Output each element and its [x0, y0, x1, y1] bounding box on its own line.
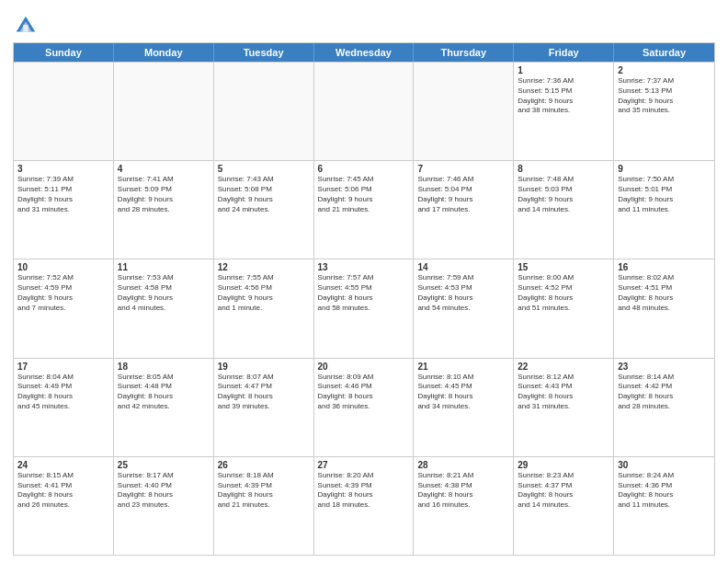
cell-text-27: Sunrise: 8:20 AM Sunset: 4:39 PM Dayligh…	[318, 471, 410, 511]
header-day-sunday: Sunday	[14, 43, 114, 62]
calendar-cell-4: 4Sunrise: 7:41 AM Sunset: 5:09 PM Daylig…	[114, 161, 214, 259]
day-number-10: 10	[17, 262, 109, 272]
cell-text-17: Sunrise: 8:04 AM Sunset: 4:49 PM Dayligh…	[17, 373, 109, 412]
day-number-13: 13	[318, 262, 410, 272]
calendar-row-0: 1Sunrise: 7:36 AM Sunset: 5:15 PM Daylig…	[14, 62, 714, 160]
cell-text-29: Sunrise: 8:23 AM Sunset: 4:37 PM Dayligh…	[518, 471, 609, 511]
day-number-14: 14	[417, 262, 509, 272]
calendar-row-2: 10Sunrise: 7:52 AM Sunset: 4:59 PM Dayli…	[14, 259, 714, 357]
calendar-cell-28: 28Sunrise: 8:21 AM Sunset: 4:38 PM Dayli…	[414, 457, 514, 555]
day-number-28: 28	[417, 460, 509, 470]
cell-text-9: Sunrise: 7:50 AM Sunset: 5:01 PM Dayligh…	[618, 175, 711, 214]
header-day-friday: Friday	[514, 43, 614, 62]
calendar-cell-17: 17Sunrise: 8:04 AM Sunset: 4:49 PM Dayli…	[14, 359, 114, 456]
day-number-1: 1	[518, 65, 609, 75]
calendar: SundayMondayTuesdayWednesdayThursdayFrid…	[13, 42, 715, 556]
day-number-17: 17	[17, 362, 109, 372]
cell-text-11: Sunrise: 7:53 AM Sunset: 4:58 PM Dayligh…	[118, 273, 210, 313]
calendar-cell-18: 18Sunrise: 8:05 AM Sunset: 4:48 PM Dayli…	[114, 359, 214, 456]
calendar-row-3: 17Sunrise: 8:04 AM Sunset: 4:49 PM Dayli…	[14, 358, 714, 456]
calendar-row-1: 3Sunrise: 7:39 AM Sunset: 5:11 PM Daylig…	[14, 160, 714, 259]
cell-text-20: Sunrise: 8:09 AM Sunset: 4:46 PM Dayligh…	[318, 373, 410, 412]
calendar-cell-16: 16Sunrise: 8:02 AM Sunset: 4:51 PM Dayli…	[614, 259, 714, 357]
cell-text-30: Sunrise: 8:24 AM Sunset: 4:36 PM Dayligh…	[618, 471, 711, 511]
cell-text-12: Sunrise: 7:55 AM Sunset: 4:56 PM Dayligh…	[218, 273, 310, 313]
calendar-cell-11: 11Sunrise: 7:53 AM Sunset: 4:58 PM Dayli…	[114, 259, 214, 357]
header	[13, 9, 715, 39]
calendar-cell-10: 10Sunrise: 7:52 AM Sunset: 4:59 PM Dayli…	[14, 259, 114, 357]
day-number-23: 23	[618, 362, 711, 372]
calendar-cell-8: 8Sunrise: 7:48 AM Sunset: 5:03 PM Daylig…	[514, 161, 614, 259]
cell-text-2: Sunrise: 7:37 AM Sunset: 5:13 PM Dayligh…	[618, 76, 711, 116]
calendar-cell-27: 27Sunrise: 8:20 AM Sunset: 4:39 PM Dayli…	[314, 457, 415, 555]
cell-text-25: Sunrise: 8:17 AM Sunset: 4:40 PM Dayligh…	[118, 471, 210, 511]
day-number-8: 8	[518, 164, 609, 174]
calendar-cell-empty-0-2	[214, 63, 314, 160]
cell-text-4: Sunrise: 7:41 AM Sunset: 5:09 PM Dayligh…	[118, 175, 210, 214]
calendar-cell-empty-0-3	[314, 63, 415, 160]
calendar-cell-7: 7Sunrise: 7:46 AM Sunset: 5:04 PM Daylig…	[414, 161, 514, 259]
logo-icon	[13, 13, 39, 39]
calendar-cell-23: 23Sunrise: 8:14 AM Sunset: 4:42 PM Dayli…	[614, 359, 714, 456]
day-number-12: 12	[218, 262, 310, 272]
header-day-wednesday: Wednesday	[314, 43, 415, 62]
cell-text-5: Sunrise: 7:43 AM Sunset: 5:08 PM Dayligh…	[218, 175, 310, 214]
calendar-row-4: 24Sunrise: 8:15 AM Sunset: 4:41 PM Dayli…	[14, 456, 714, 555]
cell-text-23: Sunrise: 8:14 AM Sunset: 4:42 PM Dayligh…	[618, 373, 711, 412]
calendar-cell-21: 21Sunrise: 8:10 AM Sunset: 4:45 PM Dayli…	[414, 359, 514, 456]
cell-text-3: Sunrise: 7:39 AM Sunset: 5:11 PM Dayligh…	[17, 175, 109, 214]
day-number-5: 5	[218, 164, 310, 174]
cell-text-24: Sunrise: 8:15 AM Sunset: 4:41 PM Dayligh…	[17, 471, 109, 511]
calendar-cell-12: 12Sunrise: 7:55 AM Sunset: 4:56 PM Dayli…	[214, 259, 314, 357]
cell-text-19: Sunrise: 8:07 AM Sunset: 4:47 PM Dayligh…	[218, 373, 310, 412]
day-number-26: 26	[218, 460, 310, 470]
calendar-cell-29: 29Sunrise: 8:23 AM Sunset: 4:37 PM Dayli…	[514, 457, 614, 555]
day-number-7: 7	[417, 164, 509, 174]
day-number-25: 25	[118, 460, 210, 470]
calendar-body: 1Sunrise: 7:36 AM Sunset: 5:15 PM Daylig…	[14, 62, 714, 555]
calendar-cell-24: 24Sunrise: 8:15 AM Sunset: 4:41 PM Dayli…	[14, 457, 114, 555]
header-day-saturday: Saturday	[614, 43, 714, 62]
calendar-cell-30: 30Sunrise: 8:24 AM Sunset: 4:36 PM Dayli…	[614, 457, 714, 555]
cell-text-15: Sunrise: 8:00 AM Sunset: 4:52 PM Dayligh…	[518, 273, 609, 313]
cell-text-10: Sunrise: 7:52 AM Sunset: 4:59 PM Dayligh…	[17, 273, 109, 313]
cell-text-22: Sunrise: 8:12 AM Sunset: 4:43 PM Dayligh…	[518, 373, 609, 412]
cell-text-18: Sunrise: 8:05 AM Sunset: 4:48 PM Dayligh…	[118, 373, 210, 412]
calendar-cell-9: 9Sunrise: 7:50 AM Sunset: 5:01 PM Daylig…	[614, 161, 714, 259]
svg-rect-2	[23, 25, 28, 31]
cell-text-28: Sunrise: 8:21 AM Sunset: 4:38 PM Dayligh…	[417, 471, 509, 511]
day-number-27: 27	[318, 460, 410, 470]
day-number-16: 16	[618, 262, 711, 272]
day-number-15: 15	[518, 262, 609, 272]
calendar-cell-2: 2Sunrise: 7:37 AM Sunset: 5:13 PM Daylig…	[614, 63, 714, 160]
day-number-30: 30	[618, 460, 711, 470]
calendar-cell-5: 5Sunrise: 7:43 AM Sunset: 5:08 PM Daylig…	[214, 161, 314, 259]
day-number-24: 24	[17, 460, 109, 470]
calendar-cell-22: 22Sunrise: 8:12 AM Sunset: 4:43 PM Dayli…	[514, 359, 614, 456]
calendar-cell-empty-0-1	[114, 63, 214, 160]
day-number-18: 18	[118, 362, 210, 372]
header-day-thursday: Thursday	[414, 43, 514, 62]
cell-text-13: Sunrise: 7:57 AM Sunset: 4:55 PM Dayligh…	[318, 273, 410, 313]
cell-text-8: Sunrise: 7:48 AM Sunset: 5:03 PM Dayligh…	[518, 175, 609, 214]
calendar-cell-19: 19Sunrise: 8:07 AM Sunset: 4:47 PM Dayli…	[214, 359, 314, 456]
calendar-cell-20: 20Sunrise: 8:09 AM Sunset: 4:46 PM Dayli…	[314, 359, 415, 456]
day-number-22: 22	[518, 362, 609, 372]
day-number-9: 9	[618, 164, 711, 174]
day-number-20: 20	[318, 362, 410, 372]
calendar-cell-6: 6Sunrise: 7:45 AM Sunset: 5:06 PM Daylig…	[314, 161, 415, 259]
header-day-tuesday: Tuesday	[214, 43, 314, 62]
day-number-29: 29	[518, 460, 609, 470]
cell-text-1: Sunrise: 7:36 AM Sunset: 5:15 PM Dayligh…	[518, 76, 609, 116]
day-number-6: 6	[318, 164, 410, 174]
calendar-cell-13: 13Sunrise: 7:57 AM Sunset: 4:55 PM Dayli…	[314, 259, 415, 357]
header-day-monday: Monday	[114, 43, 214, 62]
day-number-21: 21	[417, 362, 509, 372]
day-number-3: 3	[17, 164, 109, 174]
calendar-cell-1: 1Sunrise: 7:36 AM Sunset: 5:15 PM Daylig…	[514, 63, 614, 160]
day-number-2: 2	[618, 65, 711, 75]
cell-text-14: Sunrise: 7:59 AM Sunset: 4:53 PM Dayligh…	[417, 273, 509, 313]
calendar-cell-3: 3Sunrise: 7:39 AM Sunset: 5:11 PM Daylig…	[14, 161, 114, 259]
cell-text-6: Sunrise: 7:45 AM Sunset: 5:06 PM Dayligh…	[318, 175, 410, 214]
calendar-cell-25: 25Sunrise: 8:17 AM Sunset: 4:40 PM Dayli…	[114, 457, 214, 555]
